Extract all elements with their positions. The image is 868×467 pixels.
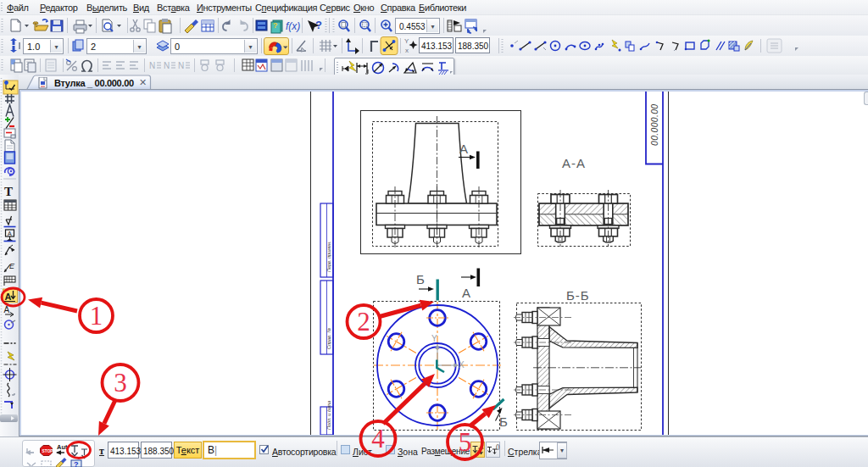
svg-text:E: E xyxy=(9,262,15,270)
svg-text:STOP: STOP xyxy=(42,449,54,453)
svg-text:?: ? xyxy=(273,21,278,30)
svg-text:A: A xyxy=(8,231,12,236)
svg-text:N: N xyxy=(178,61,184,70)
svg-text:f(x): f(x) xyxy=(286,20,300,32)
svg-text:(): () xyxy=(496,443,499,450)
svg-text:Aut: Aut xyxy=(57,443,68,451)
svg-text:N: N xyxy=(149,61,155,70)
svg-text:T: T xyxy=(4,185,13,198)
svg-text:N: N xyxy=(164,61,170,70)
svg-text:Y: Y xyxy=(404,37,409,45)
svg-text:?: ? xyxy=(315,19,322,31)
svg-text:А: А xyxy=(4,305,10,314)
svg-text:А: А xyxy=(5,292,12,302)
svg-text:?: ? xyxy=(74,460,79,467)
svg-text:x: x xyxy=(405,47,409,54)
